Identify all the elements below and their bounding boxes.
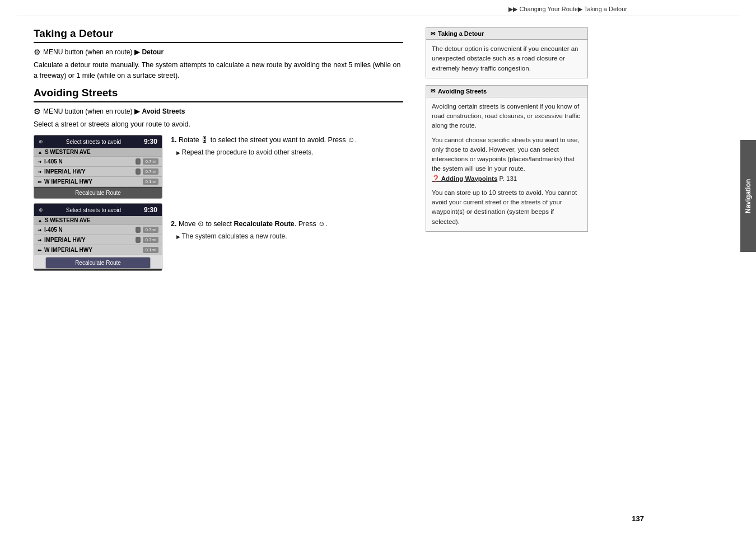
street-row-2a: ➜ I-405 N i 0.7mi [34,225,162,235]
note-icon-detour: ✉ [431,31,435,37]
detour-menu-path: ⚙ MENU button (when en route) ▶ Detour [34,48,403,57]
arrow-icon-2c: ⬅ [38,247,42,253]
steps-column: 1. Rotate 🎛 to select the street you wan… [171,135,403,271]
street-row-1b: ➜ IMPERIAL HWY i 0.7mi [34,167,162,177]
street-row-1c: ⬅ W IMPERIAL HWY 0.1mi [34,177,162,187]
screens-steps: ⊕ Select streets to avoid 9:30 ▲ S WESTE… [34,135,403,271]
step-2-bullet: The system calculates a new route. [171,232,403,241]
taking-detour-title: Taking a Detour [34,27,403,43]
detour-description: Calculate a detour route manually. The s… [34,60,403,81]
nav-screen-2: ⊕ Select streets to avoid 9:30 ▲ S WESTE… [34,203,162,271]
nav-screen-1: ⊕ Select streets to avoid 9:30 ▲ S WESTE… [34,135,162,199]
sidebar-note-avoiding-body: Avoiding certain streets is convenient i… [426,97,587,231]
sidebar-note-avoiding-streets: ✉ Avoiding Streets Avoiding certain stre… [426,85,588,232]
step-1: 1. Rotate 🎛 to select the street you wan… [171,135,403,157]
street-row-header-1: ▲ S WESTERN AVE [34,148,162,157]
step-2: 2. Move ⊙ to select Recalculate Route. P… [171,219,403,241]
arrow-icon-2a: ➜ [38,227,42,233]
screen1-body: ▲ S WESTERN AVE ➜ I-405 N i 0.7mi [34,148,162,198]
screen2-icon: ⊕ [39,207,43,213]
step-1-bullet: Repeat the procedure to avoid other stre… [171,148,403,157]
arrow-icon-1a: ➜ [38,159,42,165]
triangle-icon-2: ▲ [38,218,43,223]
avoid-menu-path: ⚙ MENU button (when en route) ▶ Avoid St… [34,107,403,116]
taking-detour-section: Taking a Detour ⚙ MENU button (when en r… [34,27,403,81]
main-content: Taking a Detour ⚙ MENU button (when en r… [0,16,756,534]
page-container: ▶▶ Changing Your Route▶ Taking a Detour … [0,0,756,534]
right-sidebar: ✉ Taking a Detour The detour option is c… [420,22,599,528]
step-2-text: 2. Move ⊙ to select Recalculate Route. P… [171,219,403,229]
sidebar-note-taking-detour: ✉ Taking a Detour The detour option is c… [426,27,588,78]
avoiding-streets-title: Avoiding Streets [34,87,403,102]
triangle-icon-1: ▲ [38,149,43,155]
note-icon-avoiding: ✉ [431,88,435,94]
menu-icon-avoid: ⚙ [34,107,41,116]
nav-tab: Navigation [740,140,756,252]
screens-column: ⊕ Select streets to avoid 9:30 ▲ S WESTE… [34,135,162,271]
avoiding-intro: Select a street or streets along your ro… [34,119,403,130]
street-row-2c: ⬅ W IMPERIAL HWY 0.1mi [34,245,162,255]
recalculate-btn-1[interactable]: Recalculate Route [34,187,162,198]
street-row-1a: ➜ I-405 N i 0.7mi [34,157,162,167]
sidebar-note-taking-detour-header: ✉ Taking a Detour [426,28,587,40]
left-column: Taking a Detour ⚙ MENU button (when en r… [0,22,420,528]
menu-icon-detour: ⚙ [34,48,41,57]
street-row-2b: ➜ IMPERIAL HWY i 0.7mi [34,235,162,245]
step-1-text: 1. Rotate 🎛 to select the street you wan… [171,135,403,146]
page-number: 137 [632,514,644,523]
breadcrumb: ▶▶ Changing Your Route▶ Taking a Detour [17,0,739,16]
recalculate-btn-2[interactable]: Recalculate Route [45,257,151,269]
street-row-header-2: ▲ S WESTERN AVE [34,216,162,225]
screen1-header: ⊕ Select streets to avoid 9:30 [34,135,162,148]
arrow-icon-1c: ⬅ [38,179,42,185]
arrow-icon-1b: ➜ [38,169,42,175]
sidebar-note-taking-detour-body: The detour option is convenient if you e… [426,40,587,78]
screen1-icon: ⊕ [39,139,43,144]
sidebar-note-avoiding-header: ✉ Avoiding Streets [426,86,587,97]
screen2-body: ▲ S WESTERN AVE ➜ I-405 N i 0.7mi [34,216,162,269]
arrow-icon-2b: ➜ [38,237,42,243]
avoiding-streets-section: Avoiding Streets ⚙ MENU button (when en … [34,87,403,271]
screen2-header: ⊕ Select streets to avoid 9:30 [34,204,162,216]
